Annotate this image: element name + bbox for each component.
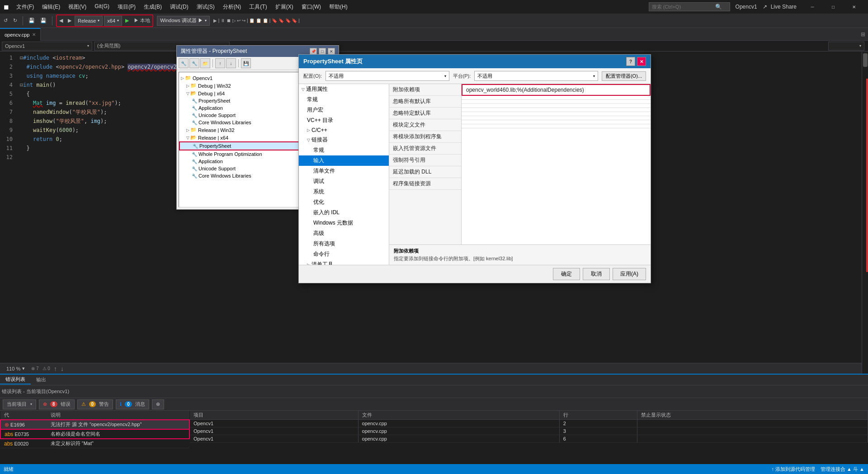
menu-build[interactable]: 生成(B): [140, 1, 165, 13]
ps-disk-btn[interactable]: 💾: [241, 58, 251, 68]
menu-file[interactable]: 文件(F): [13, 1, 38, 13]
nav-down-button[interactable]: ↓: [61, 365, 64, 372]
bpd-tree-linker-manifest[interactable]: 清单文件: [299, 166, 389, 176]
menu-edit[interactable]: 编辑(E): [38, 1, 64, 13]
ps-up-btn[interactable]: ↑: [215, 58, 225, 68]
bpd-tree-general-sub[interactable]: 常规: [299, 94, 389, 105]
error-nav-icon[interactable]: ⊗ 7: [31, 366, 38, 371]
table-row[interactable]: abs E0020 未定义标识符 "Mat": [0, 439, 189, 448]
tab-close-button[interactable]: ✕: [32, 32, 36, 37]
bpd-tree-manifest[interactable]: ▷ 清单工具: [299, 259, 389, 265]
bpd-tree-usermacro[interactable]: 用户宏: [299, 105, 389, 115]
nav-back-button[interactable]: ◀: [57, 17, 65, 24]
bpd-left-tree[interactable]: ▽ 通用属性 常规 用户宏 VC++ 目录 ▷ C/C++ ▽ 链接器 常规 输…: [299, 84, 389, 265]
live-share[interactable]: ↗ Live Share: [763, 4, 797, 10]
platform-dropdown[interactable]: x64 ▾: [104, 16, 122, 26]
tab-error-list[interactable]: 错误列表: [0, 375, 31, 385]
scroll-thumb[interactable]: [863, 53, 868, 67]
menu-analyze[interactable]: 分析(N): [219, 1, 245, 13]
toolbar-redo[interactable]: ↻: [11, 17, 19, 24]
bpd-ok-button[interactable]: 确定: [553, 268, 580, 280]
menu-extend[interactable]: 扩展(X): [272, 1, 297, 13]
info-count-filter[interactable]: ℹ 0 消息: [116, 399, 149, 409]
prop-value-3[interactable]: [462, 104, 651, 108]
warn-count-filter[interactable]: ⚠ 0 警告: [77, 399, 113, 409]
config-dropdown[interactable]: Release ▾: [75, 16, 103, 26]
table-row[interactable]: abs E0735 名称必须是命名空间名: [0, 429, 189, 439]
maximize-button[interactable]: □: [823, 0, 844, 14]
prop-value-0[interactable]: opencv_world460.lib;%(AdditionalDependen…: [462, 84, 651, 96]
bpd-tree-linker-input[interactable]: 输入: [299, 155, 389, 166]
table-row[interactable]: Opencv1 opencv.cpp 6: [190, 435, 868, 443]
prop-value-8[interactable]: [462, 124, 651, 128]
bpd-tree-linker-optimize[interactable]: 优化: [299, 197, 389, 207]
ps-add-prop-btn[interactable]: 🔧: [179, 58, 189, 68]
bpd-close-button[interactable]: ✕: [637, 57, 646, 66]
debugger-dropdown[interactable]: Windows 调试器 ▶ ▾: [157, 16, 210, 26]
menu-debug[interactable]: 调试(D): [166, 1, 192, 13]
prop-value-7[interactable]: [462, 120, 651, 124]
toolbar-save-all[interactable]: 💾: [38, 17, 48, 24]
search-input[interactable]: [652, 4, 715, 9]
editor-scrollbar[interactable]: [862, 52, 868, 374]
run-button[interactable]: ▶: [123, 17, 131, 24]
tab-opencv-cpp[interactable]: opencv.cpp ✕: [0, 28, 41, 41]
menu-tools[interactable]: 工具(T): [245, 1, 270, 13]
table-row[interactable]: Opencv1 opencv.cpp 3: [190, 427, 868, 435]
bpd-help-button[interactable]: ?: [626, 57, 635, 66]
table-row[interactable]: Opencv1 opencv.cpp 2: [190, 420, 868, 427]
bpd-tree-linker-debug[interactable]: 调试: [299, 176, 389, 187]
bpd-tree-cpp[interactable]: ▷ C/C++: [299, 126, 389, 135]
bpd-tree-linker-cmdline[interactable]: 命令行: [299, 249, 389, 259]
bpd-platform-dropdown[interactable]: 不适用 ▾: [474, 71, 598, 81]
manage-connections[interactable]: 管理连接合 ▲ 斗 ▲: [821, 466, 864, 473]
close-button[interactable]: ✕: [844, 0, 864, 14]
menu-view[interactable]: 视图(V): [65, 1, 90, 13]
bpd-apply-button[interactable]: 应用(A): [613, 268, 646, 280]
prop-value-2[interactable]: [462, 100, 651, 104]
sort-button[interactable]: ⊕: [152, 399, 164, 409]
menu-project[interactable]: 项目(P): [114, 1, 139, 13]
right-scope-dropdown[interactable]: ▾: [828, 42, 864, 51]
menu-help[interactable]: 帮助(H): [326, 1, 351, 13]
toolbar-save[interactable]: 💾: [27, 17, 37, 24]
warn-nav-icon[interactable]: ⚠ 0: [42, 366, 50, 371]
ps-down-btn[interactable]: ↓: [226, 58, 236, 68]
menu-window[interactable]: 窗口(W): [298, 1, 325, 13]
error-count-filter[interactable]: ⊗ 8 错误: [39, 399, 75, 409]
ps-save-btn[interactable]: 📁: [200, 58, 210, 68]
table-row[interactable]: ⊗ E1696 无法打开 源 文件 "opencv2/opencv2.hpp": [0, 420, 189, 429]
nav-up-button[interactable]: ↑: [54, 365, 57, 372]
add-to-source-control[interactable]: ↑ 添加到源代码管理: [771, 466, 815, 473]
nav-fwd-button[interactable]: ▶: [66, 17, 73, 24]
prop-value-5[interactable]: [462, 112, 651, 116]
tree-label-ps-release: PropertySheet: [199, 143, 231, 149]
bpd-tree-linker-system[interactable]: 系统: [299, 187, 389, 197]
ps-add-existing-btn[interactable]: 🔧: [189, 58, 199, 68]
zoom-indicator[interactable]: 110 % ▾: [4, 365, 28, 372]
live-share-label[interactable]: Live Share: [771, 4, 797, 10]
split-editor-button[interactable]: ⊞: [858, 31, 868, 38]
menu-git[interactable]: Git(G): [91, 1, 113, 13]
bpd-tree-linker-winmeta[interactable]: Windows 元数据: [299, 218, 389, 228]
tab-output[interactable]: 输出: [31, 375, 52, 384]
bpd-cancel-button[interactable]: 取消: [583, 268, 610, 280]
bpd-manage-button[interactable]: 配置管理器(O)...: [602, 71, 646, 81]
bpd-tree-linker-general[interactable]: 常规: [299, 145, 389, 155]
bpd-tree-vcdirs[interactable]: VC++ 目录: [299, 115, 389, 126]
bpd-tree-linker-idl[interactable]: 嵌入的 IDL: [299, 207, 389, 218]
toolbar-undo[interactable]: ↺: [2, 17, 9, 24]
minimize-button[interactable]: ─: [802, 0, 823, 14]
bpd-config-dropdown[interactable]: 不适用 ▾: [326, 71, 449, 81]
prop-value-4[interactable]: [462, 108, 651, 112]
menu-test[interactable]: 测试(S): [193, 1, 218, 13]
project-scope-dropdown[interactable]: Opencv1 ▾: [2, 42, 92, 51]
bpd-tree-linker-advanced[interactable]: 高级: [299, 228, 389, 239]
bpd-tree-general[interactable]: ▽ 通用属性: [299, 84, 389, 94]
bpd-tree-linker-all[interactable]: 所有选项: [299, 239, 389, 249]
prop-value-1[interactable]: [462, 96, 651, 100]
prop-value-6[interactable]: [462, 116, 651, 120]
bpd-tree-linker[interactable]: ▽ 链接器: [299, 135, 389, 145]
search-box[interactable]: 🔍: [649, 2, 730, 11]
project-filter-dropdown[interactable]: 当前项目 ▾: [3, 399, 36, 409]
